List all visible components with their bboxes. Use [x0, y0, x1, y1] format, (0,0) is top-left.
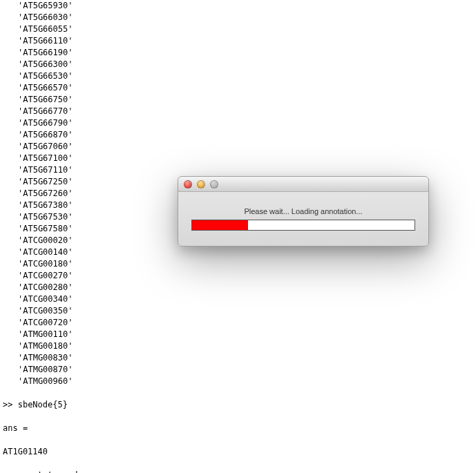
gene-item: 'ATMG00110': [18, 329, 476, 340]
gene-item: 'ATCG00340': [18, 293, 476, 305]
gene-item: 'AT5G66300': [18, 59, 476, 70]
titlebar: [178, 177, 428, 192]
gene-item: 'AT5G66570': [18, 82, 476, 94]
gene-item: 'ATMG00960': [18, 376, 476, 387]
gene-item: 'AT5G66770': [18, 106, 476, 117]
gene-item: 'ATCG00140': [18, 247, 476, 258]
gene-item: 'ATCG00350': [18, 305, 476, 317]
gene-item: 'ATCG00180': [18, 258, 476, 270]
ans-label: ans =: [3, 423, 476, 434]
gene-item: 'ATMG00830': [18, 352, 476, 364]
gene-item: 'AT5G66030': [18, 12, 476, 23]
gene-item: 'AT5G67060': [18, 141, 476, 153]
close-icon[interactable]: [184, 180, 192, 189]
gene-item: 'AT5G66110': [18, 35, 476, 47]
zoom-icon[interactable]: [210, 180, 218, 189]
gene-item: 'ATCG00270': [18, 270, 476, 282]
gene-item: 'AT5G67100': [18, 153, 476, 164]
gene-item: 'AT5G66530': [18, 70, 476, 82]
gene-item: 'AT5G66870': [18, 129, 476, 141]
minimize-icon[interactable]: [197, 180, 205, 189]
gene-item: 'AT5G66790': [18, 117, 476, 129]
dialog-body: Please wait... Loading annotation...: [178, 192, 428, 246]
progress-fill: [192, 220, 248, 230]
progress-dialog: Please wait... Loading annotation...: [178, 176, 429, 247]
gene-item: 'AT5G66055': [18, 23, 476, 35]
gene-item: 'AT5G65930': [18, 0, 476, 12]
progress-bar: [191, 220, 415, 231]
gene-item: 'AT5G66190': [18, 47, 476, 59]
blank-line: [3, 434, 476, 446]
gene-item: 'ATMG00870': [18, 364, 476, 376]
blank-line: [3, 387, 476, 399]
blank-line: [3, 411, 476, 423]
gene-item: 'ATCG00720': [18, 317, 476, 329]
dialog-message: Please wait... Loading annotation...: [188, 207, 419, 215]
command-line-2: >> annotate_nodes: [3, 470, 476, 473]
ans-value: AT1G01140: [3, 446, 476, 458]
gene-item: 'ATCG00280': [18, 282, 476, 293]
gene-item: 'ATMG00180': [18, 340, 476, 352]
gene-item: 'AT5G66750': [18, 94, 476, 106]
command-line-1: >> sbeNode{5}: [3, 399, 476, 411]
gene-item: 'AT5G67110': [18, 164, 476, 176]
blank-line: [3, 458, 476, 470]
